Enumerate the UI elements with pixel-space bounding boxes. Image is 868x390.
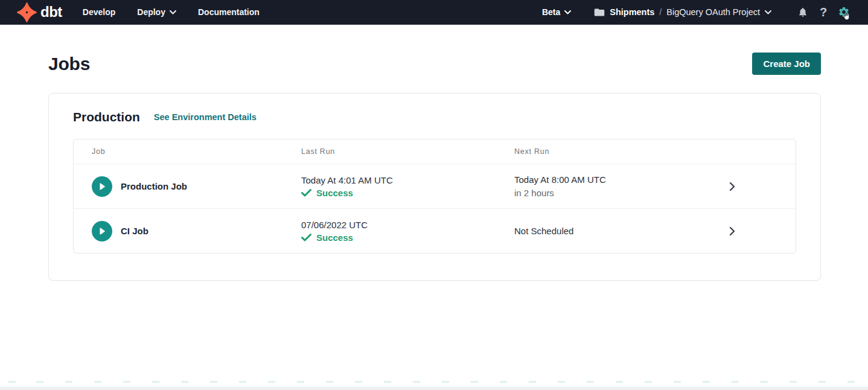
job-cell: CI Job (74, 221, 301, 241)
bottom-strip (0, 387, 868, 390)
table-row-ci-job[interactable]: CI Job 07/06/2022 UTC Success Not Schedu… (74, 208, 796, 253)
breadcrumb: Shipments / BigQuery OAuth Project (594, 7, 771, 17)
chevron-right-icon (729, 226, 735, 236)
next-run-relative: in 2 hours (514, 187, 669, 199)
run-job-play-button[interactable] (92, 176, 112, 197)
jobs-table-header: Job Last Run Next Run (74, 139, 796, 164)
beta-label: Beta (542, 7, 560, 17)
next-run-cell: Not Scheduled (514, 225, 669, 237)
last-run-time: 07/06/2022 UTC (301, 219, 514, 231)
nav-documentation[interactable]: Documentation (198, 0, 260, 25)
status-line: Success (301, 232, 514, 243)
question-mark-icon: ? (820, 6, 827, 18)
nav-documentation-label: Documentation (198, 0, 260, 25)
settings-button[interactable] (835, 4, 852, 21)
page-title: Jobs (48, 54, 90, 74)
next-run-cell: Today At 8:00 AM UTC in 2 hours (514, 174, 669, 199)
dbt-logo[interactable]: dbt (17, 2, 62, 22)
next-run-time: Today At 8:00 AM UTC (514, 174, 669, 185)
primary-nav: Develop Deploy Documentation (83, 0, 260, 25)
environment-card: Production See Environment Details Job L… (48, 93, 821, 281)
navbar-right: Beta Shipments / BigQuery OAuth Project (542, 4, 852, 21)
create-job-button[interactable]: Create Job (752, 53, 821, 75)
nav-develop-label: Develop (83, 0, 115, 25)
brand-wordmark: dbt (40, 5, 62, 19)
environment-name: Production (73, 110, 140, 124)
chevron-down-icon (765, 10, 771, 14)
dbt-logo-icon (17, 2, 37, 22)
folder-icon (594, 8, 605, 17)
breadcrumb-account[interactable]: Shipments (610, 7, 654, 17)
check-icon (301, 234, 311, 241)
chevron-right-icon (729, 182, 735, 191)
last-run-time: Today At 4:01 AM UTC (301, 174, 514, 186)
nav-deploy-label: Deploy (137, 0, 165, 25)
column-header-job: Job (74, 147, 301, 156)
notifications-button[interactable] (794, 4, 811, 21)
environment-header: Production See Environment Details (73, 110, 796, 124)
top-navbar: dbt Develop Deploy Documentation Beta Sh… (0, 0, 868, 25)
table-row-production-job[interactable]: Production Job Today At 4:01 AM UTC Succ… (74, 164, 796, 208)
page-header: Jobs Create Job (48, 53, 821, 75)
nav-deploy[interactable]: Deploy (137, 0, 176, 25)
bottom-dashed-decoration (0, 381, 868, 383)
job-name: CI Job (121, 226, 148, 236)
row-open-button[interactable] (669, 182, 796, 191)
jobs-table: Job Last Run Next Run Production Job Tod… (73, 139, 796, 254)
bell-icon (797, 7, 808, 18)
project-dropdown[interactable]: BigQuery OAuth Project (666, 7, 771, 17)
column-header-next-run: Next Run (514, 147, 669, 156)
status-line: Success (301, 188, 514, 198)
chevron-down-icon (564, 10, 571, 14)
check-icon (301, 189, 311, 197)
main-content: Jobs Create Job Production See Environme… (0, 53, 868, 281)
breadcrumb-separator: / (659, 7, 662, 17)
column-header-last-run: Last Run (301, 147, 514, 156)
environment-details-link[interactable]: See Environment Details (154, 112, 257, 122)
next-run-time: Not Scheduled (514, 225, 669, 237)
row-open-button[interactable] (669, 226, 796, 236)
mouse-cursor-icon (842, 11, 851, 21)
job-cell: Production Job (74, 176, 301, 197)
status-badge: Success (316, 232, 353, 243)
breadcrumb-project: BigQuery OAuth Project (666, 7, 760, 17)
nav-develop[interactable]: Develop (83, 0, 115, 25)
beta-dropdown[interactable]: Beta (542, 7, 571, 17)
run-job-play-button[interactable] (92, 221, 112, 241)
last-run-cell: 07/06/2022 UTC Success (301, 219, 514, 243)
help-button[interactable]: ? (815, 4, 832, 21)
status-badge: Success (316, 188, 353, 198)
chevron-down-icon (170, 10, 176, 14)
last-run-cell: Today At 4:01 AM UTC Success (301, 174, 514, 198)
job-name: Production Job (121, 181, 187, 191)
